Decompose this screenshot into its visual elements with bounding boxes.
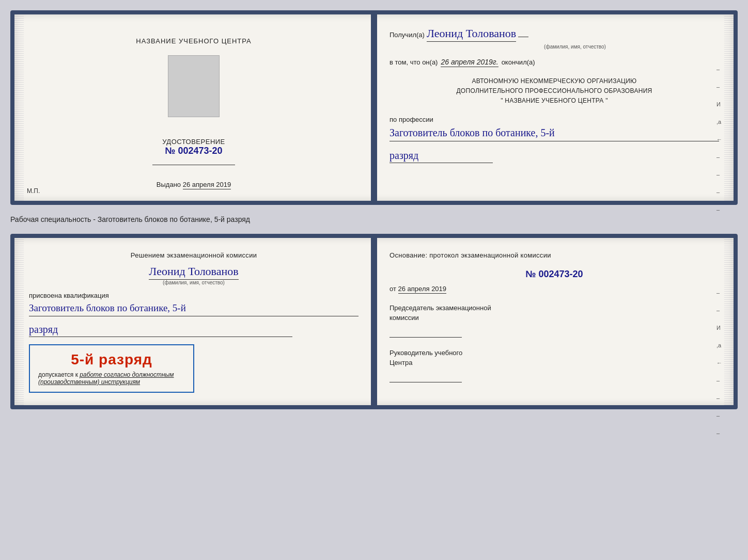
doc1-poluchil-row: Получил(а) Леонид Толованов [389, 27, 719, 42]
doc2-osnov-label: Основание: протокол экзаменационной коми… [389, 251, 551, 259]
doc1-fio-sub-wrapper: (фамилия, имя, отчество) [431, 44, 719, 50]
doc2-protocol-no: 002473-20 [539, 269, 583, 279]
document-card-1: НАЗВАНИЕ УЧЕБНОГО ЦЕНТРА УДОСТОВЕРЕНИЕ №… [10, 10, 738, 205]
doc1-name-dash [518, 37, 528, 37]
doc2-dash3: – [716, 377, 722, 383]
doc2-prisvoena-label: присвоена квалификация [29, 292, 109, 299]
doc2-work-label: работе согласно должностным [80, 371, 174, 378]
doc2-protocol-number-row: № 002473-20 [389, 269, 719, 280]
doc2-chairman-line1: Председатель экзаменационной [389, 303, 719, 313]
texture-right-2 [724, 238, 734, 405]
doc2-rukovoditel-signature-line [389, 372, 462, 382]
doc2-dash4: – [716, 395, 722, 401]
doc1-right: Получил(а) Леонид Толованов (фамилия, им… [373, 14, 734, 201]
doc1-cert-block: УДОСТОВЕРЕНИЕ № 002473-20 [162, 138, 225, 156]
doc2-mark-arrow: ← [716, 360, 722, 366]
specialty-label: Рабочая специальность - Заготовитель бло… [10, 213, 738, 226]
doc2-dash2: – [716, 307, 722, 313]
doc2-name-block: Леонид Толованов (фамилия, имя, отчество… [29, 265, 359, 285]
doc2-razryad-row: разряд [29, 319, 359, 337]
doc1-dash3: – [716, 154, 722, 160]
doc2-chairman-signature-line [389, 327, 462, 338]
doc1-cert-number: № 002473-20 [162, 146, 225, 156]
doc1-training-center-title: НАЗВАНИЕ УЧЕБНОГО ЦЕНТРА [136, 37, 251, 45]
doc1-vtom-row: в том, что он(а) 26 апреля 2019г. окончи… [389, 58, 719, 67]
doc1-mp-label: М.П. [27, 187, 40, 195]
doc1-org-line2: ДОПОЛНИТЕЛЬНОГО ПРОФЕССИОНАЛЬНОГО ОБРАЗО… [389, 86, 719, 96]
doc2-dash5: – [716, 412, 722, 419]
doc1-vydano: Выдано 26 апреля 2019 [157, 181, 231, 188]
doc1-side-marks: – – И ,а ← – – – – [716, 66, 722, 213]
doc1-profession-handwritten: Заготовитель блоков по ботанике, 5-й [389, 125, 719, 141]
doc2-rukovoditel-line2: Центра [389, 358, 719, 368]
doc2-chairman-block: Председатель экзаменационной комиссии [389, 303, 719, 338]
doc2-osnov-title: Основание: протокол экзаменационной коми… [389, 250, 719, 261]
doc2-stamp-box: 5-й разряд допускается к работе согласно… [29, 344, 194, 393]
doc2-ot-date: 26 апреля 2019 [398, 285, 447, 294]
doc1-cert-no-value: 002473-20 [178, 146, 222, 156]
doc2-mark-i: И [716, 325, 722, 331]
doc2-mark-a: ,а [716, 342, 722, 348]
doc1-left: НАЗВАНИЕ УЧЕБНОГО ЦЕНТРА УДОСТОВЕРЕНИЕ №… [14, 14, 373, 201]
doc2-profession-handwritten: Заготовитель блоков по ботанике, 5-й [29, 301, 359, 317]
doc1-photo-placeholder [168, 55, 220, 117]
doc2-chairman-line2: комиссии [389, 313, 719, 323]
texture-right-1 [724, 14, 734, 201]
doc1-vtom-prefix: в том, что он(а) [389, 58, 438, 66]
doc1-no-prefix: № [165, 146, 175, 156]
doc1-signature-underline [152, 165, 235, 165]
doc1-vydano-date: 26 апреля 2019 [183, 181, 231, 189]
doc2-stamp-big-text: 5-й разряд [38, 351, 185, 368]
doc1-dash6: – [716, 206, 722, 213]
doc2-work-label2: (производственным) инструкциям [38, 378, 185, 386]
doc1-profession-block: по профессии Заготовитель блоков по бота… [389, 116, 719, 141]
doc1-mark-a: ,а [716, 119, 722, 125]
doc2-resolution-title: Решением экзаменационной комиссии [29, 250, 359, 261]
doc1-razryad-row: разряд [389, 146, 719, 163]
doc2-fio-sub: (фамилия, имя, отчество) [29, 280, 359, 285]
doc2-name-handwritten: Леонид Толованов [149, 265, 238, 280]
doc2-rukovoditel-block: Руководитель учебного Центра [389, 348, 719, 382]
doc2-no-prefix: № [525, 269, 536, 279]
doc2-ot-prefix: от [389, 285, 396, 293]
doc2-right: Основание: протокол экзаменационной коми… [373, 238, 734, 405]
doc1-mark-i: И [716, 101, 722, 107]
doc2-fio-sub-wrapper: (фамилия, имя, отчество) [29, 280, 359, 285]
page-wrapper: НАЗВАНИЕ УЧЕБНОГО ЦЕНТРА УДОСТОВЕРЕНИЕ №… [10, 10, 738, 409]
doc1-org-line3: " НАЗВАНИЕ УЧЕБНОГО ЦЕНТРА " [389, 96, 719, 106]
doc2-dash6: – [716, 430, 722, 436]
doc1-dash2: – [716, 84, 722, 90]
doc1-po-professii: по профессии [389, 116, 433, 123]
doc2-rukovoditel-line1: Руководитель учебного [389, 348, 719, 358]
doc1-vydano-label: Выдано [157, 181, 181, 188]
doc2-dash1: – [716, 290, 722, 296]
doc1-dash1: – [716, 66, 722, 72]
doc1-cert-label: УДОСТОВЕРЕНИЕ [162, 138, 225, 146]
doc2-left: Решением экзаменационной комиссии Леонид… [14, 238, 373, 405]
doc2-ot-row: от 26 апреля 2019 [389, 285, 719, 293]
doc1-poluchil-label: Получил(а) [389, 31, 425, 39]
doc2-side-marks: – – И ,а ← – – – – [716, 290, 722, 436]
document-card-2: Решением экзаменационной комиссии Леонид… [10, 234, 738, 409]
doc1-vtom-date: 26 апреля 2019г. [441, 58, 498, 67]
doc1-dash4: – [716, 171, 722, 178]
doc2-dopuskaetsya-label: допускается к [38, 371, 78, 378]
doc1-razryad-handwritten: разряд [389, 150, 493, 163]
doc1-okonchil-label: окончил(а) [502, 58, 535, 66]
doc1-fio-sub: (фамилия, имя, отчество) [431, 44, 719, 50]
doc1-org-line1: АВТОНОМНУЮ НЕКОММЕРЧЕСКУЮ ОРГАНИЗАЦИЮ [389, 76, 719, 86]
doc2-razryad-handwritten: разряд [29, 324, 292, 337]
doc2-profession-block: Заготовитель блоков по ботанике, 5-й [29, 301, 359, 317]
doc1-name: Леонид Толованов [427, 27, 516, 42]
doc1-dash5: – [716, 189, 722, 195]
doc1-mark-arrow: ← [716, 136, 722, 142]
doc1-org-block: АВТОНОМНУЮ НЕКОММЕРЧЕСКУЮ ОРГАНИЗАЦИЮ ДО… [389, 76, 719, 106]
doc2-dopuskaetsya: допускается к работе согласно должностны… [38, 371, 185, 378]
